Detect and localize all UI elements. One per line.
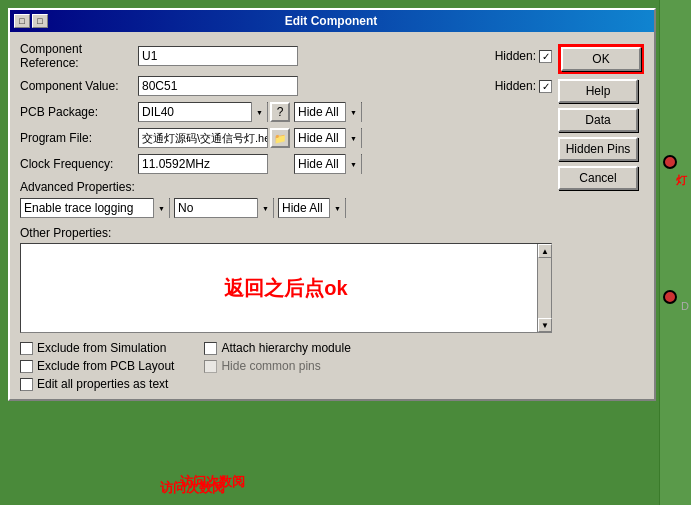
edit-component-dialog: □ □ Edit Component Component Reference: … <box>8 8 656 401</box>
other-properties-area[interactable]: 返回之后点ok ▲ ▼ <box>20 243 552 333</box>
attach-hier-label: Attach hierarchy module <box>221 341 350 355</box>
hide-common-checkbox[interactable] <box>204 360 217 373</box>
exclude-sim-label: Exclude from Simulation <box>37 341 166 355</box>
hidden-label-1: Hidden: <box>495 49 536 63</box>
dialog-title: Edit Component <box>48 14 614 28</box>
hide-common-label: Hide common pins <box>221 359 320 373</box>
program-file-label: Program File: <box>20 131 138 145</box>
clock-freq-label: Clock Frequency: <box>20 157 138 171</box>
scrollbar[interactable]: ▲ ▼ <box>537 244 551 332</box>
component-value-label: Component Value: <box>20 79 138 93</box>
hidden-checkbox-2[interactable]: ✓ <box>539 80 552 93</box>
clock-hide-all-select[interactable]: Hide All ▼ <box>294 154 362 174</box>
ok-button[interactable]: OK <box>561 47 641 71</box>
edit-all-checkbox[interactable] <box>20 378 33 391</box>
red-dot-2 <box>663 290 677 304</box>
prog-hide-all-select[interactable]: Hide All ▼ <box>294 128 362 148</box>
attach-hier-checkbox[interactable] <box>204 342 217 355</box>
edit-all-row: Edit all properties as text <box>20 377 174 391</box>
help-button[interactable]: Help <box>558 79 638 103</box>
adv-hide-all-select[interactable]: Hide All ▼ <box>278 198 346 218</box>
adv-prop-select[interactable]: Enable trace logging ▼ <box>20 198 170 218</box>
component-value-input[interactable] <box>138 76 298 96</box>
exclude-pcb-checkbox[interactable] <box>20 360 33 373</box>
hidden-pins-button[interactable]: Hidden Pins <box>558 137 638 161</box>
program-file-input[interactable]: 交通灯源码\交通信号灯.hex <box>138 128 268 148</box>
advanced-properties-label: Advanced Properties: <box>20 180 552 194</box>
pcb-package-select[interactable]: DIL40 ▼ <box>138 102 268 122</box>
annotation-d: D <box>681 300 689 312</box>
other-properties-text: 返回之后点ok <box>224 275 347 302</box>
question-button[interactable]: ? <box>270 102 290 122</box>
hidden-checkbox-1[interactable]: ✓ <box>539 50 552 63</box>
cancel-button[interactable]: Cancel <box>558 166 638 190</box>
hidden-label-2: Hidden: <box>495 79 536 93</box>
titlebar-btn-1[interactable]: □ <box>14 14 30 28</box>
component-reference-input[interactable] <box>138 46 298 66</box>
red-dot-1 <box>663 155 677 169</box>
exclude-pcb-label: Exclude from PCB Layout <box>37 359 174 373</box>
edit-all-label: Edit all properties as text <box>37 377 168 391</box>
pcb-hide-all-select[interactable]: Hide All ▼ <box>294 102 362 122</box>
bottom-red-text: 访问次数阅 <box>180 473 245 491</box>
exclude-sim-checkbox[interactable] <box>20 342 33 355</box>
data-button[interactable]: Data <box>558 108 638 132</box>
folder-button[interactable]: 📁 <box>270 128 290 148</box>
titlebar-btn-2[interactable]: □ <box>32 14 48 28</box>
clock-freq-input[interactable] <box>138 154 268 174</box>
titlebar: □ □ Edit Component <box>10 10 654 32</box>
exclude-pcb-row: Exclude from PCB Layout <box>20 359 174 373</box>
adv-no-select[interactable]: No ▼ <box>174 198 274 218</box>
attach-hier-row: Attach hierarchy module <box>204 341 350 355</box>
component-reference-label: Component Reference: <box>20 42 138 70</box>
pcb-package-label: PCB Package: <box>20 105 138 119</box>
other-properties-label: Other Properties: <box>20 226 552 240</box>
hide-common-row: Hide common pins <box>204 359 350 373</box>
ok-highlight-box: OK <box>558 44 644 74</box>
exclude-sim-row: Exclude from Simulation <box>20 341 174 355</box>
